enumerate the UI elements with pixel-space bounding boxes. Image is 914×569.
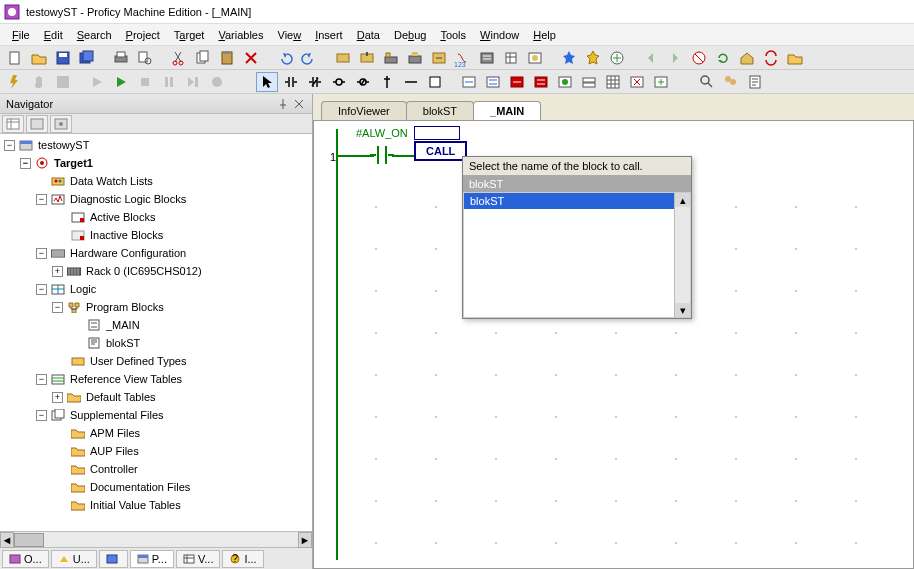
star-blue-icon[interactable] [558, 48, 580, 68]
tool-a-icon[interactable] [332, 48, 354, 68]
btab-3[interactable]: P... [130, 550, 174, 568]
toggle-icon[interactable]: − [36, 194, 47, 205]
tree-main[interactable]: _MAIN [106, 319, 140, 331]
tree-apm[interactable]: APM Files [90, 427, 140, 439]
pause-icon[interactable] [158, 72, 180, 92]
tree-active[interactable]: Active Blocks [90, 211, 155, 223]
nav-tab-1[interactable] [2, 115, 24, 133]
menu-view[interactable]: View [272, 27, 308, 43]
toggle-icon[interactable]: − [36, 374, 47, 385]
tree-blokst[interactable]: blokST [106, 337, 140, 349]
toggle-icon[interactable]: + [52, 392, 63, 403]
nav-hscrollbar[interactable]: ◄ ► [0, 531, 312, 547]
tree-diag[interactable]: Diagnostic Logic Blocks [70, 193, 186, 205]
doc-tab-blokst[interactable]: blokST [406, 101, 474, 120]
cut-icon[interactable] [168, 48, 190, 68]
tool-b-icon[interactable] [356, 48, 378, 68]
scroll-left-icon[interactable]: ◄ [0, 532, 14, 548]
ld5-icon[interactable] [554, 72, 576, 92]
toggle-icon[interactable]: − [52, 302, 63, 313]
ld2-icon[interactable] [482, 72, 504, 92]
tool-i-icon[interactable] [606, 48, 628, 68]
stop-icon[interactable] [134, 72, 156, 92]
contact-no-icon[interactable] [370, 143, 394, 167]
ld1-icon[interactable] [458, 72, 480, 92]
hwire-icon[interactable] [400, 72, 422, 92]
cancel-icon[interactable] [688, 48, 710, 68]
menu-target[interactable]: Target [168, 27, 211, 43]
tree-rvt[interactable]: Reference View Tables [70, 373, 182, 385]
tree-deftables[interactable]: Default Tables [86, 391, 156, 403]
dropdown-input[interactable]: blokST [463, 176, 691, 192]
tree-target[interactable]: Target1 [54, 157, 93, 169]
home-icon[interactable] [736, 48, 758, 68]
tree-aup[interactable]: AUP Files [90, 445, 139, 457]
play-icon[interactable] [86, 72, 108, 92]
tool-c-icon[interactable] [380, 48, 402, 68]
tool-f-icon[interactable] [476, 48, 498, 68]
toggle-icon[interactable]: − [20, 158, 31, 169]
tree-rack[interactable]: Rack 0 (IC695CHS012) [86, 265, 202, 277]
save-all-icon[interactable] [76, 48, 98, 68]
doc-tab-infoviewer[interactable]: InfoViewer [321, 101, 407, 120]
tool-123-icon[interactable]: 123 [452, 48, 474, 68]
doc-tab-main[interactable]: _MAIN [473, 101, 541, 120]
scroll-right-icon[interactable]: ► [298, 532, 312, 548]
ld3-icon[interactable] [506, 72, 528, 92]
ladder-editor[interactable]: 1 #ALW_ON CALL Select the name of the bl… [313, 120, 914, 569]
menu-insert[interactable]: Insert [309, 27, 349, 43]
tree-ivt[interactable]: Initial Value Tables [90, 499, 181, 511]
menu-data[interactable]: Data [351, 27, 386, 43]
tool-g-icon[interactable] [500, 48, 522, 68]
run-icon[interactable] [110, 72, 132, 92]
arrow-right-icon[interactable] [664, 48, 686, 68]
ld4-icon[interactable] [530, 72, 552, 92]
ld6-icon[interactable] [578, 72, 600, 92]
tree-hw[interactable]: Hardware Configuration [70, 247, 186, 259]
toggle-icon[interactable]: − [36, 248, 47, 259]
doc-icon[interactable] [744, 72, 766, 92]
toggle-icon[interactable]: − [4, 140, 15, 151]
block-icon[interactable] [424, 72, 446, 92]
project-tree[interactable]: − testowyST − Target1 Data Watch Lists −… [0, 134, 312, 531]
menu-search[interactable]: Search [71, 27, 118, 43]
btab-5[interactable]: ?I... [222, 550, 263, 568]
sync-icon[interactable] [760, 48, 782, 68]
tool-d-icon[interactable] [404, 48, 426, 68]
ld8-icon[interactable] [650, 72, 672, 92]
folder2-icon[interactable] [784, 48, 806, 68]
menu-help[interactable]: Help [527, 27, 562, 43]
toggle-icon[interactable]: − [36, 284, 47, 295]
table-icon[interactable] [602, 72, 624, 92]
contact-nc-icon[interactable] [304, 72, 326, 92]
save-icon[interactable] [52, 48, 74, 68]
print-preview-icon[interactable] [134, 48, 156, 68]
find-icon[interactable] [696, 72, 718, 92]
delete-icon[interactable] [240, 48, 262, 68]
menu-project[interactable]: Project [120, 27, 166, 43]
tree-docf[interactable]: Documentation Files [90, 481, 190, 493]
dropdown-scrollbar[interactable]: ▴ ▾ [674, 193, 690, 317]
nav-tab-3[interactable] [50, 115, 72, 133]
scroll-up-icon[interactable]: ▴ [675, 193, 690, 207]
save2-icon[interactable] [52, 72, 74, 92]
tool-e-icon[interactable] [428, 48, 450, 68]
btab-2[interactable] [99, 550, 128, 568]
new-icon[interactable] [4, 48, 26, 68]
paste-icon[interactable] [216, 48, 238, 68]
menu-file[interactable]: File [6, 27, 36, 43]
menu-window[interactable]: Window [474, 27, 525, 43]
dropdown-list[interactable]: blokST ▴ ▾ [463, 192, 691, 318]
find-users-icon[interactable] [720, 72, 742, 92]
tree-data-watch[interactable]: Data Watch Lists [70, 175, 153, 187]
star-yellow-icon[interactable] [582, 48, 604, 68]
bolt-icon[interactable] [4, 72, 26, 92]
tool-h-icon[interactable] [524, 48, 546, 68]
coil-icon[interactable] [328, 72, 350, 92]
scroll-down-icon[interactable]: ▾ [675, 303, 690, 317]
copy-icon[interactable] [192, 48, 214, 68]
hand-icon[interactable] [28, 72, 50, 92]
coil-neg-icon[interactable] [352, 72, 374, 92]
menu-edit[interactable]: Edit [38, 27, 69, 43]
dropdown-option-0[interactable]: blokST [464, 193, 690, 209]
